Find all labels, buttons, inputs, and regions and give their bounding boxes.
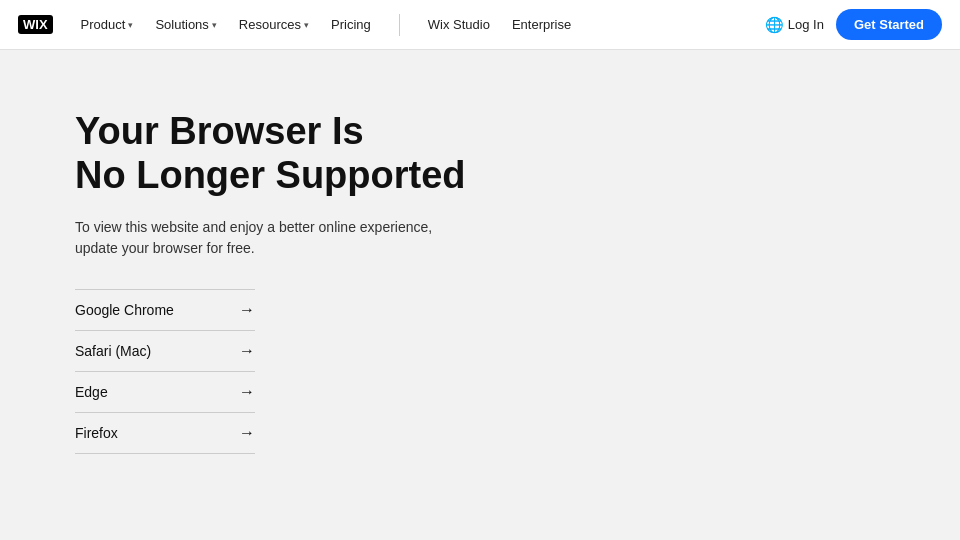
- browser-item-edge[interactable]: Edge →: [75, 372, 255, 413]
- main-content: Your Browser Is No Longer Supported To v…: [0, 50, 960, 454]
- browser-list: Google Chrome → Safari (Mac) → Edge → Fi…: [75, 289, 255, 454]
- chevron-down-icon: ▾: [212, 20, 217, 30]
- chevron-down-icon: ▾: [128, 20, 133, 30]
- arrow-icon: →: [239, 424, 255, 442]
- wix-logo-text: WIX: [18, 15, 53, 34]
- nav-divider: [399, 14, 400, 36]
- browser-item-firefox[interactable]: Firefox →: [75, 413, 255, 454]
- browser-item-chrome[interactable]: Google Chrome →: [75, 289, 255, 331]
- arrow-icon: →: [239, 301, 255, 319]
- top-nav: WIX Product ▾ Solutions ▾ Resources ▾ Pr…: [0, 0, 960, 50]
- wix-logo[interactable]: WIX: [18, 15, 53, 34]
- browser-item-safari[interactable]: Safari (Mac) →: [75, 331, 255, 372]
- nav-resources[interactable]: Resources ▾: [239, 17, 309, 32]
- nav-product[interactable]: Product ▾: [81, 17, 134, 32]
- get-started-button[interactable]: Get Started: [836, 9, 942, 40]
- arrow-icon: →: [239, 383, 255, 401]
- headline: Your Browser Is No Longer Supported: [75, 110, 595, 197]
- nav-wix-studio[interactable]: Wix Studio: [428, 17, 490, 32]
- subtext: To view this website and enjoy a better …: [75, 217, 445, 259]
- arrow-icon: →: [239, 342, 255, 360]
- globe-icon: 🌐: [765, 16, 784, 34]
- nav-pricing[interactable]: Pricing: [331, 17, 371, 32]
- nav-items: Product ▾ Solutions ▾ Resources ▾ Pricin…: [81, 14, 765, 36]
- nav-enterprise[interactable]: Enterprise: [512, 17, 571, 32]
- nav-right: 🌐 Log In Get Started: [765, 9, 942, 40]
- nav-solutions[interactable]: Solutions ▾: [155, 17, 216, 32]
- login-button[interactable]: 🌐 Log In: [765, 16, 824, 34]
- chevron-down-icon: ▾: [304, 20, 309, 30]
